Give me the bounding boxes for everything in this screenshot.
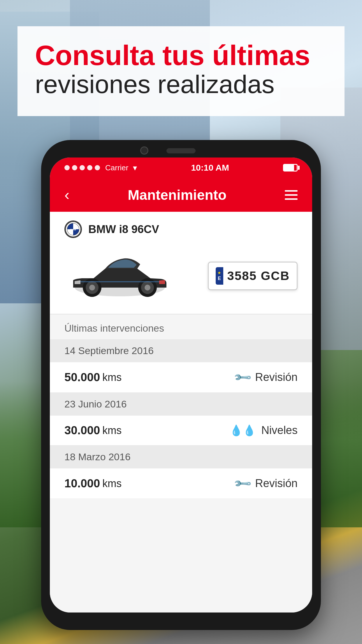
phone-camera <box>140 146 148 155</box>
back-button[interactable]: ‹ <box>64 186 69 204</box>
km-unit-1: kms <box>102 371 122 384</box>
wifi-icon: ▾ <box>133 163 137 173</box>
km-value-2: 30.000 <box>64 424 100 437</box>
app-header: ‹ Mantenimiento <box>50 178 312 212</box>
headline-banner: Consulta tus últimas revisiones realizad… <box>17 26 345 116</box>
date-row-3: 18 Marzo 2016 <box>50 445 312 468</box>
intervention-type-3: 🔧 Revisión <box>235 477 298 490</box>
bmw-logo: BMW <box>64 220 82 238</box>
km-unit-3: kms <box>102 477 122 490</box>
section-title: Últimas intervenciones <box>50 314 312 339</box>
svg-point-6 <box>89 285 95 290</box>
intervention-row-2[interactable]: 30.000 kms 💧💧 Niveles <box>50 416 312 445</box>
car-brand-row: BMW BMW i8 96CV <box>64 220 298 238</box>
svg-point-9 <box>145 285 150 290</box>
intervention-type-2: 💧💧 Niveles <box>230 424 298 437</box>
svg-text:BMW: BMW <box>70 228 76 231</box>
hamburger-line <box>285 198 298 200</box>
wrench-icon-2: 🔧 <box>233 473 253 494</box>
battery-icon <box>283 164 298 172</box>
header-title: Mantenimiento <box>128 187 226 203</box>
status-bar: Carrier ▾ 10:10 AM <box>50 158 312 178</box>
eu-stars: ★ <box>217 271 221 275</box>
eu-strip: ★ E <box>216 267 223 285</box>
phone-screen: Carrier ▾ 10:10 AM ‹ Mantenimiento <box>50 158 312 612</box>
car-image <box>64 247 175 305</box>
signal-dot <box>87 165 92 170</box>
intervention-row-1[interactable]: 50.000 kms 🔧 Revisión <box>50 362 312 393</box>
carrier-label: Carrier <box>105 163 128 172</box>
intervention-label-3: Revisión <box>255 477 298 490</box>
signal-dot <box>72 165 77 170</box>
drops-icon: 💧💧 <box>230 424 256 437</box>
signal-dot <box>64 165 70 170</box>
intervention-type-1: 🔧 Revisión <box>235 370 298 384</box>
date-row-2: 23 Junio 2016 <box>50 393 312 416</box>
wrench-icon: 🔧 <box>233 367 253 387</box>
km-unit-2: kms <box>102 424 122 437</box>
headline-line1: Consulta tus últimas <box>35 41 327 70</box>
signal-dot <box>95 165 100 170</box>
km-value-1: 50.000 <box>64 371 100 384</box>
car-details-row: ★ E 3585 GCB <box>64 244 298 308</box>
intervention-row-3[interactable]: 10.000 kms 🔧 Revisión <box>50 468 312 499</box>
phone-frame: Carrier ▾ 10:10 AM ‹ Mantenimiento <box>41 140 321 630</box>
intervention-label-2: Niveles <box>261 424 298 437</box>
hamburger-line <box>285 190 298 192</box>
headline-line2: revisiones realizadas <box>35 70 327 99</box>
signal-dot <box>80 165 85 170</box>
plate-number: 3585 GCB <box>227 269 290 283</box>
license-plate: ★ E 3585 GCB <box>208 262 298 290</box>
interventions-list: Últimas intervenciones 14 Septiembre 201… <box>50 314 312 612</box>
signal-dots <box>64 165 100 170</box>
intervention-label-1: Revisión <box>255 371 298 384</box>
car-section: BMW BMW i8 96CV <box>50 212 312 314</box>
km-value-3: 10.000 <box>64 477 100 490</box>
phone-speaker <box>166 148 196 153</box>
car-silhouette <box>67 250 172 302</box>
car-model-label: BMW i8 96CV <box>88 223 159 236</box>
menu-button[interactable] <box>285 190 298 200</box>
battery-fill <box>284 165 294 171</box>
hamburger-line <box>285 194 298 196</box>
date-row-1: 14 Septiembre 2016 <box>50 339 312 362</box>
status-time: 10:10 AM <box>191 163 229 173</box>
